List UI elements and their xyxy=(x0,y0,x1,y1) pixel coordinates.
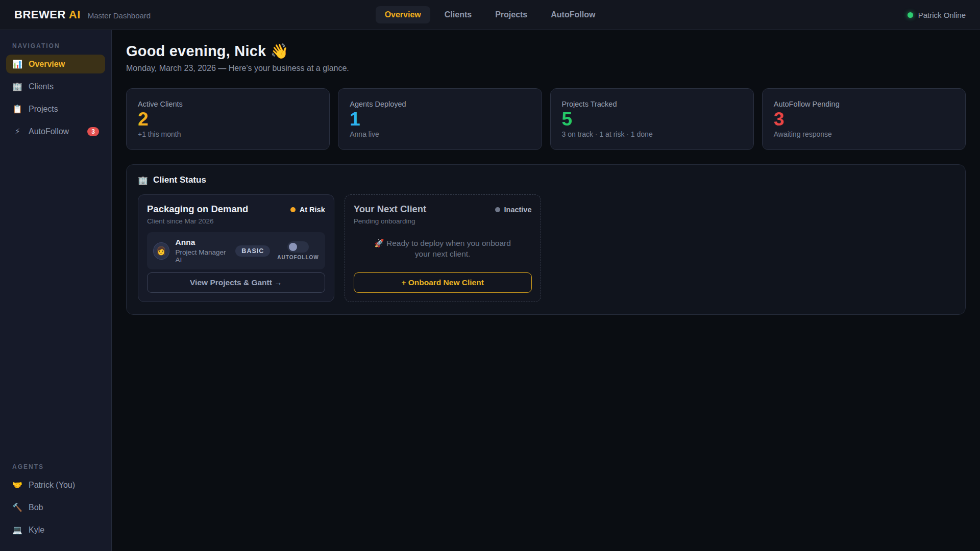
stat-label: AutoFollow Pending xyxy=(774,100,954,108)
sidebar-item-label: Clients xyxy=(29,82,54,91)
at-risk-dot-icon xyxy=(290,207,296,212)
user-status-label: Patrick Online xyxy=(918,11,966,19)
hammer-icon: 🔨 xyxy=(12,503,22,512)
brand-accent: AI xyxy=(69,8,81,21)
stat-value: 2 xyxy=(138,110,318,129)
inactive-status-badge: Inactive xyxy=(495,206,532,214)
agent-label: Bob xyxy=(29,503,43,512)
brand-logo: BREWERAI xyxy=(14,8,81,21)
stat-label: Projects Tracked xyxy=(562,100,742,108)
stats-row: Active Clients 2 +1 this month Agents De… xyxy=(126,88,966,150)
next-client-message: 🚀 Ready to deploy when you onboard your … xyxy=(354,225,532,272)
agent-name: Anna xyxy=(176,238,230,247)
stat-label: Active Clients xyxy=(138,100,318,108)
top-nav-projects[interactable]: Projects xyxy=(486,6,536,23)
agent-row-anna: 👩 Anna Project Manager AI BASIC AU xyxy=(147,232,325,269)
client-cards-grid: Packaging on Demand Client since Mar 202… xyxy=(138,194,954,302)
sidebar-item-projects[interactable]: 📋 Projects xyxy=(6,99,105,118)
top-nav-clients[interactable]: Clients xyxy=(435,6,481,23)
stat-sub: Anna live xyxy=(350,130,530,138)
stat-sub: 3 on track · 1 at risk · 1 done xyxy=(562,130,742,138)
agent-avatar: 👩 xyxy=(153,242,169,260)
next-client-card: Your Next Client Pending onboarding Inac… xyxy=(345,194,541,302)
stat-card-agents-deployed: Agents Deployed 1 Anna live xyxy=(338,88,542,150)
stat-sub: +1 this month xyxy=(138,130,318,138)
sidebar-agents-section: AGENTS 🤝 Patrick (You) 🔨 Bob 💻 Kyle xyxy=(6,458,105,543)
agent-label: Kyle xyxy=(29,525,44,535)
handshake-icon: 🤝 xyxy=(12,480,22,490)
stat-card-active-clients: Active Clients 2 +1 this month xyxy=(126,88,330,150)
stat-sub: Awaiting response xyxy=(774,130,954,138)
bar-chart-icon: 📊 xyxy=(12,59,22,69)
autofollow-count-badge: 3 xyxy=(87,127,99,136)
lightning-icon: ⚡ xyxy=(12,127,22,136)
sidebar-item-autofollow[interactable]: ⚡ AutoFollow 3 xyxy=(6,122,105,141)
stat-value: 3 xyxy=(774,110,954,129)
sidebar: NAVIGATION 📊 Overview 🏢 Clients 📋 Projec… xyxy=(0,30,112,551)
sidebar-item-label: AutoFollow xyxy=(29,127,69,136)
stat-card-projects-tracked: Projects Tracked 5 3 on track · 1 at ris… xyxy=(550,88,754,150)
brand: BREWERAI Master Dashboard xyxy=(14,8,167,21)
view-projects-gantt-button[interactable]: View Projects & Gantt → xyxy=(147,272,325,293)
sidebar-agents-label: AGENTS xyxy=(6,458,105,475)
sidebar-item-label: Projects xyxy=(29,105,58,114)
status-text: At Risk xyxy=(300,206,325,214)
status-text: Inactive xyxy=(504,206,532,214)
toggle-knob xyxy=(289,243,297,251)
panel-title-text: Client Status xyxy=(153,175,206,185)
stat-card-autofollow-pending: AutoFollow Pending 3 Awaiting response xyxy=(762,88,966,150)
sidebar-item-overview[interactable]: 📊 Overview xyxy=(6,55,105,73)
user-status: Patrick Online xyxy=(813,11,966,19)
next-client-title: Your Next Client xyxy=(354,204,427,215)
sidebar-item-clients[interactable]: 🏢 Clients xyxy=(6,77,105,96)
autofollow-toggle-label: AUTOFOLLOW xyxy=(277,255,318,260)
building-icon: 🏢 xyxy=(12,82,22,91)
top-nav: Overview Clients Projects AutoFollow xyxy=(167,6,813,23)
sidebar-agent-bob[interactable]: 🔨 Bob xyxy=(6,498,105,517)
brand-subtitle: Master Dashboard xyxy=(88,11,151,20)
next-client-sub: Pending onboarding xyxy=(354,217,427,225)
onboard-new-client-button[interactable]: + Onboard New Client xyxy=(354,272,532,293)
client-status-panel: 🏢 Client Status Packaging on Demand Clie… xyxy=(126,164,966,315)
sidebar-agent-kyle[interactable]: 💻 Kyle xyxy=(6,520,105,539)
top-nav-autofollow[interactable]: AutoFollow xyxy=(542,6,604,23)
stat-value: 5 xyxy=(562,110,742,129)
agent-role: Project Manager AI xyxy=(176,248,230,264)
online-status-icon xyxy=(908,12,913,18)
autofollow-toggle-group: AUTOFOLLOW xyxy=(277,241,318,260)
inactive-dot-icon xyxy=(495,207,500,212)
client-card-packaging-on-demand: Packaging on Demand Client since Mar 202… xyxy=(138,194,334,302)
sidebar-item-label: Overview xyxy=(29,60,65,69)
stat-label: Agents Deployed xyxy=(350,100,530,108)
client-status-badge: At Risk xyxy=(290,206,325,214)
sidebar-nav-label: NAVIGATION xyxy=(6,37,105,55)
client-status-title: 🏢 Client Status xyxy=(138,175,954,185)
brand-name: BREWER xyxy=(14,8,66,21)
main-content: Good evening, Nick 👋 Monday, March 23, 2… xyxy=(112,30,980,551)
client-since: Client since Mar 2026 xyxy=(147,217,248,225)
next-client-header: Your Next Client Pending onboarding Inac… xyxy=(354,204,532,225)
sidebar-agent-patrick[interactable]: 🤝 Patrick (You) xyxy=(6,475,105,494)
tier-badge: BASIC xyxy=(235,245,270,257)
stat-value: 1 xyxy=(350,110,530,129)
clipboard-icon: 📋 xyxy=(12,104,22,114)
client-name: Packaging on Demand xyxy=(147,204,248,215)
laptop-icon: 💻 xyxy=(12,525,22,535)
autofollow-toggle[interactable] xyxy=(287,241,309,253)
greeting-heading: Good evening, Nick 👋 xyxy=(126,42,966,60)
agent-label: Patrick (You) xyxy=(29,481,75,490)
building-icon: 🏢 xyxy=(138,176,148,185)
top-bar: BREWERAI Master Dashboard Overview Clien… xyxy=(0,0,980,30)
client-card-header: Packaging on Demand Client since Mar 202… xyxy=(147,204,325,225)
top-nav-overview[interactable]: Overview xyxy=(376,6,430,23)
date-line: Monday, March 23, 2026 — Here's your bus… xyxy=(126,64,966,73)
